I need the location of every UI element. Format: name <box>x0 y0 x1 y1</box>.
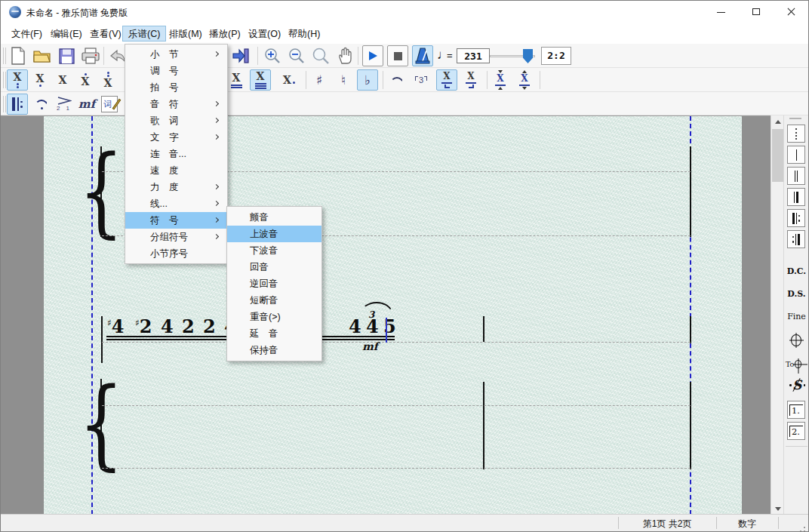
decrescendo-button[interactable]: 2 1 <box>54 94 75 115</box>
minimize-button[interactable] <box>704 1 739 23</box>
dynamics-button[interactable]: mf <box>76 94 97 115</box>
note[interactable]: 4 <box>366 318 379 336</box>
menu-item-note[interactable]: 音 符 <box>125 96 227 112</box>
note[interactable]: ♯2 <box>135 318 152 336</box>
tempo-slider-thumb[interactable] <box>523 49 533 63</box>
menu-item-lines[interactable]: 线... <box>125 195 227 212</box>
note-x-two-dots-above-button[interactable]: X <box>97 69 118 91</box>
play-button[interactable] <box>362 45 383 66</box>
note-x-one-dot-below-button[interactable]: X <box>29 69 51 91</box>
note-x-plain-button[interactable]: X <box>52 69 73 91</box>
new-document-button[interactable] <box>8 45 29 66</box>
eighth-note-button[interactable]: X <box>226 69 247 91</box>
menu-item-tempo[interactable]: 速 度 <box>125 162 227 179</box>
segno-button[interactable]: S <box>790 378 804 392</box>
coda-button[interactable] <box>791 334 801 346</box>
submenu-item-inverted-turn[interactable]: 逆回音 <box>227 275 321 292</box>
ds-button[interactable]: D.S. <box>784 289 809 299</box>
submenu-item-turn[interactable]: 回音 <box>227 259 321 275</box>
metronome-button[interactable] <box>412 45 433 66</box>
menu-item-key-signature[interactable]: 调 号 <box>125 63 227 79</box>
menu-help[interactable]: 帮助(H) <box>282 26 326 42</box>
scrollbar-thumb[interactable] <box>772 129 783 182</box>
close-button[interactable] <box>774 1 808 23</box>
menu-item-time-signature[interactable]: 拍 号 <box>125 79 227 96</box>
menu-play[interactable]: 播放(P) <box>203 26 247 42</box>
menu-layout[interactable]: 排版(M) <box>163 26 208 42</box>
scroll-up-button[interactable] <box>771 115 784 128</box>
volta2-button[interactable]: 2. <box>787 422 805 440</box>
final-barline-button[interactable] <box>787 188 805 206</box>
sixteenth-note-button[interactable]: X <box>250 69 271 91</box>
single-barline-button[interactable] <box>787 146 805 164</box>
menu-item-symbols[interactable]: 符 号 <box>125 212 227 229</box>
dotted-note-button[interactable]: X <box>278 69 300 91</box>
hand-tool-button[interactable] <box>334 45 355 66</box>
note-x-one-dot-above-button[interactable]: X <box>75 69 96 91</box>
menu-file[interactable]: 文件(F) <box>5 26 48 42</box>
menu-item-group-symbols[interactable]: 分组符号 <box>125 229 227 245</box>
goto-measure-button[interactable] <box>230 45 251 66</box>
menu-item-measure-numbers[interactable]: 小节序号 <box>125 245 227 262</box>
note[interactable]: 4 <box>161 318 174 336</box>
final-barline-icon <box>796 192 798 203</box>
grace-note-before-button[interactable]: X <box>436 69 457 91</box>
menu-edit[interactable]: 编辑(E) <box>45 26 88 42</box>
menu-item-lyrics[interactable]: 歌 词 <box>125 112 227 129</box>
submenu-item-lower-mordent[interactable]: 下波音 <box>227 242 321 259</box>
slur-button[interactable] <box>386 69 408 91</box>
toolbar-grip[interactable] <box>3 48 6 64</box>
print-button[interactable] <box>80 45 101 66</box>
triplet-button[interactable]: 3 <box>411 69 432 91</box>
menu-view[interactable]: 查看(V) <box>84 26 128 42</box>
time-ratio-box[interactable]: 2:2 <box>541 47 571 65</box>
save-button[interactable] <box>56 45 77 66</box>
glissando-down-button[interactable]: X <box>514 69 535 91</box>
tempo-input[interactable] <box>457 48 490 63</box>
dc-button[interactable]: D.C. <box>784 266 809 276</box>
note[interactable]: 4 <box>349 318 361 336</box>
glissando-up-button[interactable]: X <box>490 69 511 91</box>
toolbar-grip[interactable] <box>3 72 6 88</box>
to-coda-button[interactable]: To <box>786 360 801 368</box>
menu-item-measure[interactable]: 小 节 <box>125 46 227 63</box>
zoom-in-button[interactable] <box>262 45 283 66</box>
menu-item-text[interactable]: 文 字 <box>125 129 227 146</box>
submenu-item-fermata[interactable]: 延 音 <box>227 325 321 342</box>
open-file-button[interactable] <box>32 45 53 66</box>
sharp-button[interactable]: ♯ <box>309 69 330 91</box>
volta1-button[interactable]: 1. <box>787 401 805 419</box>
panel-grip[interactable] <box>789 118 801 119</box>
submenu-item-staccato[interactable]: 短断音 <box>227 292 321 309</box>
menu-item-dynamics[interactable]: 力 度 <box>125 179 227 195</box>
double-barline-button[interactable] <box>787 167 805 185</box>
flat-button[interactable]: ♭ <box>357 69 378 91</box>
resize-grip[interactable] <box>804 527 805 528</box>
zoom-tool-button[interactable] <box>310 45 331 66</box>
zoom-out-button[interactable] <box>286 45 307 66</box>
lyrics-edit-button[interactable]: 词 <box>99 94 120 115</box>
note[interactable]: 2 <box>203 318 216 336</box>
fine-button[interactable]: Fine <box>784 312 809 321</box>
toolbar-grip[interactable] <box>3 96 6 112</box>
submenu-item-trill[interactable]: 颤音 <box>227 209 321 226</box>
submenu-item-tenuto[interactable]: 保持音 <box>227 342 321 358</box>
note[interactable]: ♯4 <box>107 318 125 336</box>
note-x-two-dots-below-button[interactable]: X <box>7 69 28 91</box>
repeat-begin-button[interactable] <box>7 94 28 115</box>
menu-item-tie[interactable]: 连 音... <box>125 146 227 162</box>
menu-score[interactable]: 乐谱(C) <box>122 26 166 42</box>
note[interactable]: 2 <box>182 318 195 336</box>
natural-button[interactable]: ♮ <box>333 69 354 91</box>
grace-note-after-button[interactable]: X <box>460 69 481 91</box>
stop-button[interactable] <box>387 45 408 66</box>
dotted-barline-button[interactable] <box>787 125 805 143</box>
menu-settings[interactable]: 设置(O) <box>242 26 287 42</box>
score-canvas[interactable]: { ♯4 ♯2 4 2 2 4 2 4 4 5 3 mf { <box>1 115 771 515</box>
fermata-button[interactable] <box>31 94 52 115</box>
repeat-end-barline-button[interactable] <box>787 230 805 248</box>
maximize-button[interactable] <box>739 1 774 23</box>
submenu-item-accent[interactable]: 重音(>) <box>227 309 321 325</box>
repeat-begin-barline-button[interactable] <box>787 209 805 227</box>
submenu-item-upper-mordent[interactable]: 上波音 <box>227 226 321 242</box>
